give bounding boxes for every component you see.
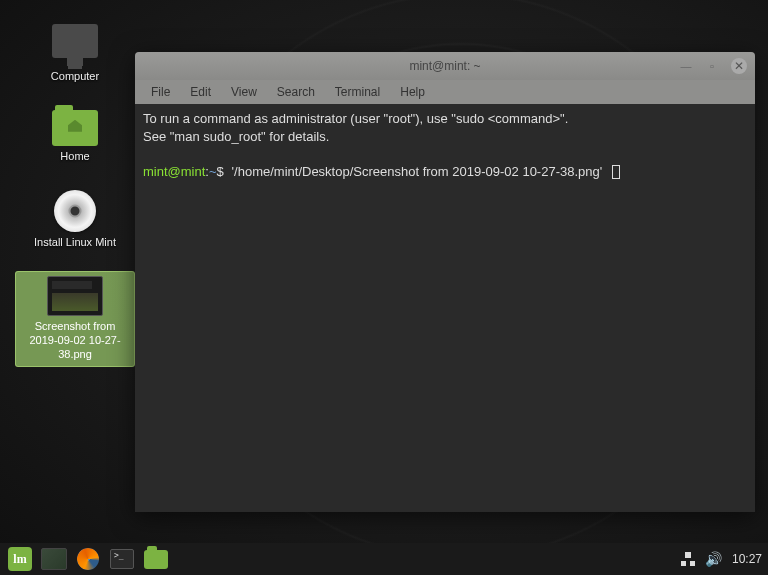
desktop-icon-computer[interactable]: Computer: [15, 20, 135, 88]
menu-terminal[interactable]: Terminal: [327, 83, 388, 101]
prompt-user: mint@mint: [143, 164, 205, 179]
close-button[interactable]: ✕: [731, 58, 747, 74]
window-title: mint@mint: ~: [409, 59, 480, 73]
menu-search[interactable]: Search: [269, 83, 323, 101]
menu-help[interactable]: Help: [392, 83, 433, 101]
menu-edit[interactable]: Edit: [182, 83, 219, 101]
maximize-button[interactable]: ▫: [705, 59, 719, 73]
folder-icon: [144, 550, 168, 569]
terminal-motd-line: To run a command as administrator (user …: [143, 111, 568, 126]
terminal-window[interactable]: mint@mint: ~ ― ▫ ✕ File Edit View Search…: [135, 52, 755, 512]
show-desktop-button[interactable]: [40, 546, 68, 572]
icon-label: Home: [60, 150, 89, 164]
desktop-icons: Computer Home Install Linux Mint Screens…: [15, 20, 135, 367]
firefox-icon: [77, 548, 99, 570]
prompt-path: ~: [209, 164, 217, 179]
icon-label: Computer: [51, 70, 99, 84]
window-titlebar[interactable]: mint@mint: ~ ― ▫ ✕: [135, 52, 755, 80]
terminal-command: '/home/mint/Desktop/Screenshot from 2019…: [232, 164, 603, 179]
minimize-button[interactable]: ―: [679, 59, 693, 73]
image-thumbnail-icon: [47, 276, 103, 316]
icon-label: Screenshot from 2019-09-02 10-27-38.png: [20, 320, 130, 361]
desktop-icon-screenshot[interactable]: Screenshot from 2019-09-02 10-27-38.png: [15, 271, 135, 366]
terminal-menubar: File Edit View Search Terminal Help: [135, 80, 755, 104]
network-icon[interactable]: [681, 552, 695, 566]
disc-icon: [54, 190, 96, 232]
window-buttons: ― ▫ ✕: [679, 58, 747, 74]
mint-logo-icon: [8, 547, 32, 571]
terminal-launcher[interactable]: [108, 546, 136, 572]
firefox-launcher[interactable]: [74, 546, 102, 572]
desktop-wallpaper[interactable]: Computer Home Install Linux Mint Screens…: [0, 0, 768, 575]
menu-button[interactable]: [6, 546, 34, 572]
volume-icon[interactable]: 🔊: [705, 551, 722, 567]
prompt-symbol: $: [217, 164, 224, 179]
files-launcher[interactable]: [142, 546, 170, 572]
menu-view[interactable]: View: [223, 83, 265, 101]
terminal-cursor: [612, 165, 620, 179]
terminal-icon: [110, 549, 134, 569]
terminal-body[interactable]: To run a command as administrator (user …: [135, 104, 755, 512]
computer-icon: [52, 24, 98, 58]
system-tray: 🔊 10:27: [681, 551, 762, 567]
taskbar: 🔊 10:27: [0, 543, 768, 575]
terminal-motd-line: See "man sudo_root" for details.: [143, 129, 329, 144]
menu-file[interactable]: File: [143, 83, 178, 101]
desktop-icon-home[interactable]: Home: [15, 106, 135, 168]
desktop-icon-install[interactable]: Install Linux Mint: [15, 186, 135, 254]
clock[interactable]: 10:27: [732, 552, 762, 566]
home-folder-icon: [52, 110, 98, 146]
show-desktop-icon: [41, 548, 67, 570]
icon-label: Install Linux Mint: [34, 236, 116, 250]
